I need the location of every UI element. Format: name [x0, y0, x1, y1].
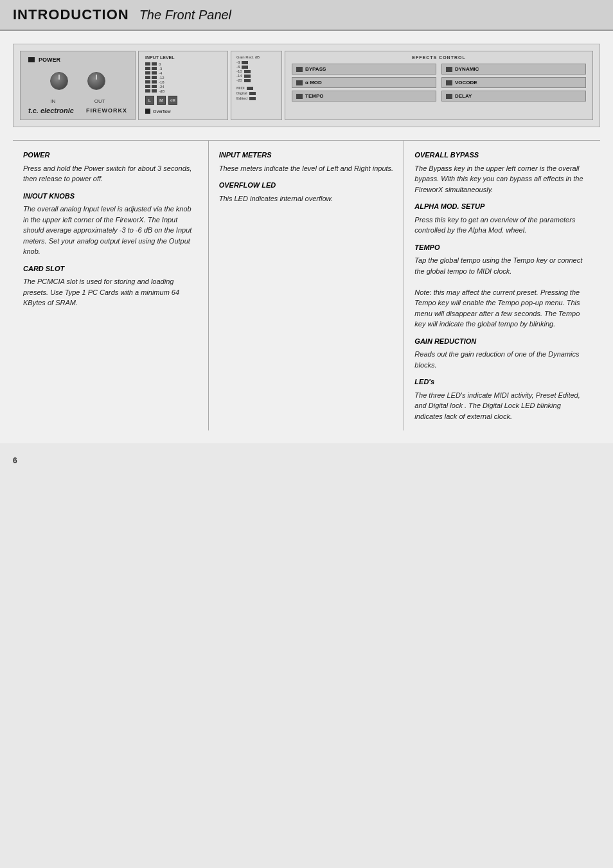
left-meter — [145, 62, 157, 93]
meter-seg — [145, 67, 150, 70]
db-18: -18 — [159, 80, 164, 84]
meter-seg — [152, 85, 157, 88]
effects-label: EFFECTS CONTROL — [292, 55, 586, 60]
gain-heading: GAIN REDUCTION — [414, 336, 590, 347]
midi-section: MIDI Digital Edited — [236, 86, 276, 100]
in-label: IN — [50, 98, 55, 104]
input-level-label: INPUT LEVEL — [145, 55, 221, 60]
m-ctrl[interactable]: M — [157, 96, 166, 105]
meter-seg — [152, 71, 157, 75]
gain-bar-20 — [244, 79, 251, 82]
page-number: 6 — [0, 443, 613, 478]
power-text: Press and hold the Power switch for abou… — [23, 163, 198, 184]
db-4: -4 — [159, 71, 164, 75]
overflow-label: Overflow — [153, 109, 171, 114]
in-out-labels: IN OUT — [28, 98, 127, 104]
overflow-text: This LED indicates internal overflow. — [219, 193, 394, 204]
intro-label: INTRODUCTION — [13, 6, 129, 23]
bypass-led — [296, 67, 303, 72]
gain-6: -6 — [236, 65, 240, 69]
tempo-heading: TEMPO — [414, 242, 590, 253]
desc-col-2: INPUT METERS These meters indicate the l… — [209, 141, 405, 430]
gain-bar-10 — [244, 70, 251, 73]
desc-col-3: OVERALL BYPASS The Bypass key in the upp… — [404, 141, 600, 430]
l-ctrl[interactable]: L — [145, 96, 154, 105]
gain-label: Gain Red. dB — [236, 55, 276, 59]
gain-3: -3 — [236, 60, 240, 64]
panel-gain: Gain Red. dB -3 -6 -10 -14 -20 MIDI Digi… — [231, 51, 282, 120]
meter-seg — [145, 71, 150, 75]
bypass-heading: OVERALL BYPASS — [414, 150, 590, 161]
gain-text: Reads out the gain reduction of one of t… — [414, 349, 590, 370]
gain-14: -14 — [236, 74, 242, 78]
meter-seg — [145, 76, 150, 79]
vocode-btn[interactable]: VOCODE — [441, 77, 586, 88]
overflow-led — [145, 109, 150, 114]
page-content: POWER IN OUT t.c. electronic FIREWORKX I… — [0, 31, 613, 443]
delay-label: DELAY — [455, 93, 472, 99]
tempo-label: TEMPO — [305, 93, 323, 99]
leds-text: The three LED's indicate MIDI activity, … — [414, 390, 590, 422]
tempo-text1: Tap the global tempo using the Tempo key… — [414, 255, 590, 276]
panel-left: POWER IN OUT t.c. electronic FIREWORKX — [20, 51, 136, 120]
gain-levels: -3 -6 -10 -14 -20 — [236, 60, 276, 82]
gain-bar-3 — [242, 61, 248, 64]
db-label: -dB — [159, 89, 164, 93]
power-heading: POWER — [23, 150, 198, 161]
card-text: The PCMCIA slot is used for storing and … — [23, 276, 198, 308]
db-ctrl[interactable]: dB — [168, 96, 177, 105]
meter-seg — [152, 62, 157, 66]
inout-text: The overall analog Input level is adjust… — [23, 204, 198, 257]
effects-grid: BYPASS DYNAMIC α MOD VOCODE TEMPO — [292, 64, 586, 102]
alpha-mod-led — [296, 80, 303, 85]
meters-area: 0 -3 -4 -12 -18 -24 -dB — [145, 62, 221, 93]
bypass-text: The Bypass key in the upper left corner … — [414, 163, 590, 195]
tempo-text2: Note: this may affect the current preset… — [414, 287, 590, 330]
dynamic-label: DYNAMIC — [455, 66, 479, 72]
delay-btn[interactable]: DELAY — [441, 91, 586, 102]
page-header: INTRODUCTION The Front Panel — [0, 0, 613, 31]
alpha-heading: ALPHA MOD. SETUP — [414, 201, 590, 212]
midi-led — [247, 87, 253, 90]
digital-led — [249, 92, 256, 95]
bypass-btn[interactable]: BYPASS — [292, 64, 436, 75]
tempo-led — [296, 94, 303, 99]
power-indicator: POWER — [28, 57, 127, 63]
brand-area: t.c. electronic FIREWORKX — [28, 107, 127, 114]
gain-bar-14 — [244, 75, 251, 78]
alpha-mod-label: α MOD — [305, 80, 322, 85]
power-label: POWER — [39, 57, 60, 63]
leds-heading: LED's — [414, 376, 590, 387]
page-num-value: 6 — [13, 456, 17, 465]
description-grid: POWER Press and hold the Power switch fo… — [13, 140, 600, 430]
overflow-heading: OVERFLOW LED — [219, 180, 394, 191]
alpha-text: Press this key to get an overview of the… — [414, 215, 590, 236]
meters-heading: INPUT METERS — [219, 150, 394, 161]
brand-tc: t.c. electronic — [28, 107, 74, 114]
db-12: -12 — [159, 76, 164, 80]
panel-input-meters: INPUT LEVEL 0 -3 -4 -12 — [138, 51, 228, 120]
bypass-label: BYPASS — [305, 66, 326, 72]
card-heading: CARD SLOT — [23, 263, 198, 274]
tempo-btn[interactable]: TEMPO — [292, 91, 436, 102]
midi-label: MIDI — [236, 86, 245, 90]
overflow-area: Overflow — [145, 109, 221, 114]
output-knob[interactable] — [87, 72, 105, 90]
meters-text: These meters indicate the level of Left … — [219, 163, 394, 174]
db-3: -3 — [159, 67, 164, 71]
meter-seg — [152, 76, 157, 79]
digital-label: Digital — [236, 91, 247, 95]
meter-seg — [152, 67, 157, 70]
panel-effects: EFFECTS CONTROL BYPASS DYNAMIC α MOD VOC… — [285, 51, 593, 120]
input-knob[interactable] — [50, 72, 68, 90]
subtitle-label: The Front Panel — [139, 8, 231, 22]
desc-col-1: POWER Press and hold the Power switch fo… — [13, 141, 209, 430]
dynamic-btn[interactable]: DYNAMIC — [441, 64, 586, 75]
meter-seg — [145, 80, 150, 84]
brand-fireworkx: FIREWORKX — [86, 107, 127, 114]
alpha-mod-btn[interactable]: α MOD — [292, 77, 436, 88]
bottom-controls: L M dB — [145, 96, 221, 105]
db-0: 0 — [159, 62, 164, 66]
meter-seg — [152, 89, 157, 93]
vocode-label: VOCODE — [455, 80, 477, 85]
